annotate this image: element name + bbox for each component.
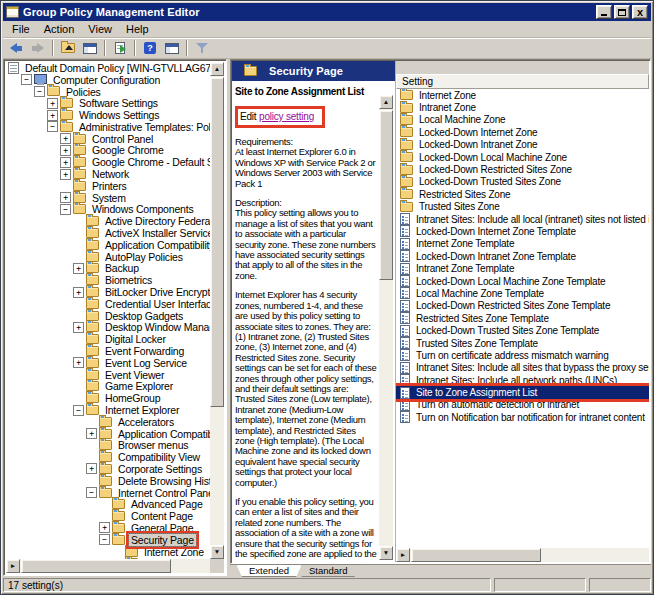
export-list-button[interactable]: [109, 39, 131, 58]
settings-row[interactable]: Intranet Sites: Include all sites that b…: [396, 362, 649, 374]
settings-row[interactable]: Restricted Sites Zone: [396, 188, 649, 200]
tab-standard[interactable]: Standard: [296, 564, 361, 577]
tree-item[interactable]: +Application Compatibility: [6, 428, 210, 440]
tree-item[interactable]: −Administrative Templates: Policy defini…: [6, 121, 210, 133]
scroll-down-icon[interactable]: ▼: [379, 546, 393, 560]
settings-row[interactable]: Intranet Sites: Include all network path…: [396, 374, 649, 386]
tree-item[interactable]: Biometrics: [6, 274, 210, 286]
tree-item[interactable]: +General Page: [6, 522, 210, 534]
expand-icon[interactable]: +: [60, 169, 71, 180]
settings-row[interactable]: Intranet Zone Template: [396, 262, 649, 274]
expand-icon[interactable]: +: [73, 263, 84, 274]
expand-icon[interactable]: +: [99, 522, 110, 533]
tree-item[interactable]: Active Directory Federation Servic: [6, 215, 210, 227]
list-horizontal-scrollbar[interactable]: ◄ ►: [396, 548, 649, 562]
tree-vertical-scrollbar[interactable]: ▲ ▼: [210, 62, 224, 559]
settings-row[interactable]: Local Machine Zone Template: [396, 287, 649, 299]
settings-row[interactable]: Locked-Down Local Machine Zone: [396, 151, 649, 163]
tree-hscroll-thumb[interactable]: [21, 559, 171, 573]
tree-item[interactable]: Default Domain Policy [WIN-GTVLLAG671R.T…: [6, 62, 210, 74]
settings-row[interactable]: Locked-Down Local Machine Zone Template: [396, 275, 649, 287]
expand-icon[interactable]: +: [60, 145, 71, 156]
settings-row[interactable]: Locked-Down Restricted Sites Zone: [396, 163, 649, 175]
collapse-icon[interactable]: −: [34, 86, 45, 97]
tree-item[interactable]: −Internet Explorer: [6, 404, 210, 416]
tree-item[interactable]: +Google Chrome - Default Settings (use: [6, 156, 210, 168]
expand-icon[interactable]: +: [60, 157, 71, 168]
collapse-icon[interactable]: −: [73, 405, 84, 416]
tree-item[interactable]: ActiveX Installer Service: [6, 227, 210, 239]
settings-row[interactable]: Intranet Zone: [396, 101, 649, 113]
close-button[interactable]: x: [632, 5, 648, 19]
tree-item[interactable]: Game Explorer: [6, 381, 210, 393]
tree-item[interactable]: −Internet Control Panel: [6, 487, 210, 499]
tree-item[interactable]: Application Compatibility: [6, 239, 210, 251]
settings-row[interactable]: Intranet Sites: Include all local (intra…: [396, 213, 649, 225]
maximize-button[interactable]: [614, 5, 630, 19]
settings-row[interactable]: Trusted Sites Zone: [396, 201, 649, 213]
up-folder-button[interactable]: [57, 39, 79, 58]
settings-row[interactable]: Turn on Notification bar notification fo…: [396, 411, 649, 423]
tree-item[interactable]: −Computer Configuration: [6, 74, 210, 86]
menu-view[interactable]: View: [81, 22, 119, 36]
tree-item[interactable]: −Windows Components: [6, 204, 210, 216]
back-button[interactable]: [5, 39, 27, 58]
tree-item[interactable]: +System: [6, 192, 210, 204]
tree-horizontal-scrollbar[interactable]: ◄ ►: [6, 559, 210, 573]
settings-row[interactable]: Site to Zone Assignment List: [396, 386, 649, 398]
tree-item[interactable]: Content Page: [6, 510, 210, 522]
tab-extended[interactable]: Extended: [236, 564, 302, 577]
menu-file[interactable]: File: [5, 22, 37, 36]
tree-item[interactable]: Event Forwarding: [6, 345, 210, 357]
collapse-icon[interactable]: −: [99, 534, 110, 545]
menu-help[interactable]: Help: [119, 22, 156, 36]
forward-button[interactable]: [27, 39, 49, 58]
tree-item[interactable]: +BitLocker Drive Encryption: [6, 286, 210, 298]
properties-button[interactable]: [161, 39, 183, 58]
tree-item[interactable]: Digital Locker: [6, 333, 210, 345]
tree-item[interactable]: +Control Panel: [6, 133, 210, 145]
scroll-right-icon[interactable]: ►: [6, 559, 20, 573]
description-vertical-scrollbar[interactable]: ▲ ▼: [379, 95, 393, 560]
settings-row[interactable]: Trusted Sites Zone Template: [396, 337, 649, 349]
scroll-right-icon[interactable]: ►: [396, 548, 410, 562]
collapse-icon[interactable]: −: [21, 74, 32, 85]
tree-item[interactable]: +Network: [6, 168, 210, 180]
settings-row[interactable]: Internet Zone: [396, 89, 649, 101]
expand-icon[interactable]: +: [73, 357, 84, 368]
tree-item[interactable]: Credential User Interface: [6, 298, 210, 310]
tree-item[interactable]: +Desktop Window Manager: [6, 322, 210, 334]
settings-row[interactable]: Locked-Down Restricted Sites Zone Templa…: [396, 300, 649, 312]
settings-row[interactable]: Locked-Down Trusted Sites Zone: [396, 176, 649, 188]
expand-icon[interactable]: +: [47, 110, 58, 121]
scroll-up-icon[interactable]: ▲: [379, 95, 393, 109]
expand-icon[interactable]: +: [60, 133, 71, 144]
tree-item[interactable]: Compatibility View: [6, 451, 210, 463]
tree-item[interactable]: Internet Zone: [6, 546, 210, 558]
scroll-down-icon[interactable]: ▼: [210, 545, 224, 559]
minimize-button[interactable]: [596, 5, 612, 19]
expand-icon[interactable]: +: [86, 428, 97, 439]
collapse-icon[interactable]: −: [60, 204, 71, 215]
tree-vscroll-thumb[interactable]: [210, 77, 224, 407]
console-window-button[interactable]: [79, 39, 101, 58]
settings-row[interactable]: Locked-Down Intranet Zone Template: [396, 250, 649, 262]
tree-item[interactable]: +Windows Settings: [6, 109, 210, 121]
list-hscroll-thumb[interactable]: [411, 548, 541, 562]
tree-item[interactable]: Desktop Gadgets: [6, 310, 210, 322]
tree-item[interactable]: Printers: [6, 180, 210, 192]
scroll-up-icon[interactable]: ▲: [210, 62, 224, 76]
settings-row[interactable]: Locked-Down Trusted Sites Zone Template: [396, 324, 649, 336]
tree-item[interactable]: AutoPlay Policies: [6, 251, 210, 263]
expand-icon[interactable]: +: [47, 98, 58, 109]
expand-icon[interactable]: +: [86, 463, 97, 474]
tree-item[interactable]: HomeGroup: [6, 392, 210, 404]
desc-vscroll-thumb[interactable]: [379, 110, 393, 280]
expand-icon[interactable]: +: [73, 322, 84, 333]
tree-item[interactable]: −Security Page: [6, 534, 210, 546]
settings-row[interactable]: Turn on certificate address mismatch war…: [396, 349, 649, 361]
tree-item[interactable]: +Software Settings: [6, 97, 210, 109]
help-button[interactable]: [139, 39, 161, 58]
tree-item[interactable]: Delete Browsing History: [6, 475, 210, 487]
tree-item[interactable]: +Corporate Settings: [6, 463, 210, 475]
